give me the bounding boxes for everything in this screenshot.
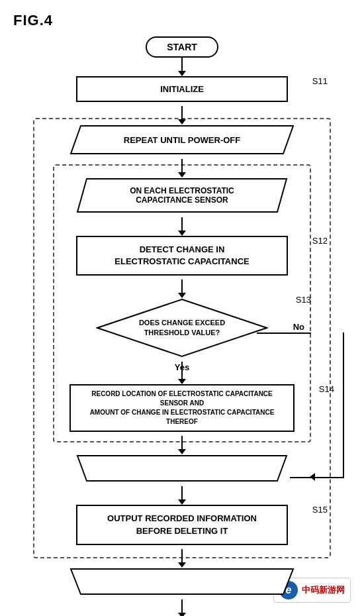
repeat-label: REPEAT UNTIL POWER-OFF [124,135,240,145]
start-node: START [146,36,218,58]
arrow-2 [181,106,183,121]
arrow-4 [181,217,183,232]
svg-marker-4 [71,569,293,594]
detect-label: DETECT CHANGE IN ELECTROSTATIC CAPACITAN… [76,236,288,276]
start-label: START [146,36,218,58]
output-node: OUTPUT RECORDED INFORMATION BEFORE DELET… [76,505,288,544]
detect-node: DETECT CHANGE IN ELECTROSTATIC CAPACITAN… [76,236,288,276]
does-change-label: DOES CHANGE EXCEED THRESHOLD VALUE? [139,318,225,338]
outer-bottom-node [69,568,295,595]
s11-label: S11 [312,76,328,86]
initialize-node: INITIALIZE S11 [76,76,288,102]
s12-label: S12 [312,236,328,246]
arrow-1 [181,58,183,72]
initialize-label: INITIALIZE [76,76,288,102]
arrow-8 [181,486,183,501]
s14-label: S14 [319,384,334,394]
output-label: OUTPUT RECORDED INFORMATION BEFORE DELET… [76,505,288,544]
page-title: FIG.4 [13,12,53,29]
arrow-10 [181,599,183,614]
s13-label: S13 [296,295,311,305]
arrow-7 [181,436,183,450]
svg-marker-3 [77,456,287,481]
record-node: RECORD LOCATION OF ELECTROSTATIC CAPACIT… [69,384,295,432]
s15-label: S15 [312,505,328,515]
arrow-6 [181,362,183,380]
arrow-9 [181,549,183,564]
record-label: RECORD LOCATION OF ELECTROSTATIC CAPACIT… [69,384,295,432]
does-change-node: DOES CHANGE EXCEED THRESHOLD VALUE? S13 … [96,298,268,358]
on-each-label: ON EACH ELECTROSTATIC CAPACITANCE SENSOR [130,186,234,205]
arrow-3 [181,159,183,174]
inner-bottom-node [76,454,288,482]
arrow-5 [181,280,183,294]
no-label: No [293,322,304,332]
repeat-node: REPEAT UNTIL POWER-OFF [69,125,295,155]
on-each-node: ON EACH ELECTROSTATIC CAPACITANCE SENSOR [76,178,288,213]
